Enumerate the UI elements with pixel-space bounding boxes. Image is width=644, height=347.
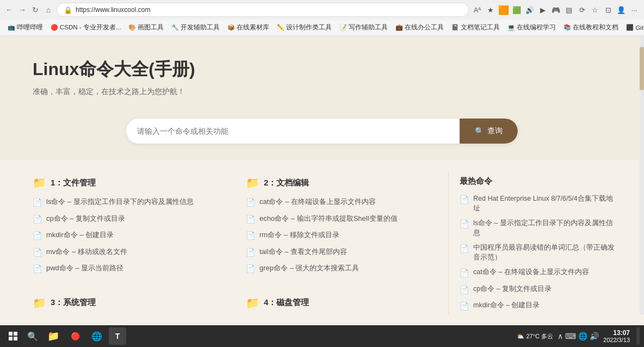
weather-widget: ⛅ 27°C 多云	[517, 332, 553, 340]
bookmark-csdn[interactable]: 🔴 CSDN - 专业开发者...	[47, 22, 124, 33]
middle-column: 📁 2：文档编辑 📄 cat命令 – 在终端设备上显示文件内容 📄 echo命令…	[235, 171, 448, 314]
back-button[interactable]: ←	[4, 5, 14, 15]
bookmark-material[interactable]: 📦 在线素材库	[224, 22, 273, 33]
show-desktop-button[interactable]	[636, 327, 640, 345]
bookmark-github[interactable]: ⬛ GitHub: Where the...	[623, 23, 644, 32]
scroll-thumb[interactable]	[640, 47, 644, 90]
list-item[interactable]: 📄 中国程序员最容易读错的单词汇总（带正确发音示范）	[460, 243, 617, 262]
list-item[interactable]: 📄 mkdir命令 – 创建目录	[33, 230, 224, 241]
notes-icon: 📓	[451, 24, 459, 31]
address-bar[interactable]: 🔒 https://www.linuxcool.com	[57, 3, 469, 17]
doc-icon: 📄	[246, 197, 255, 208]
category-2: 📁 2：文档编辑 📄 cat命令 – 在终端设备上显示文件内容 📄 echo命令…	[235, 171, 448, 286]
doc-icon: 📄	[460, 285, 469, 296]
browser-actions: Aᴬ ★ 🟧 🟩 🔊 ▶ 🎮 ▤ ⟳ ☆ ⊡ 👤 ···	[472, 4, 640, 15]
doc-icon: 📄	[460, 219, 469, 230]
refresh-button[interactable]: ↻	[30, 5, 40, 15]
game-icon[interactable]: 🎮	[550, 4, 561, 15]
doc-icon: 📄	[246, 247, 255, 258]
tray-sound-icon[interactable]: 🔊	[590, 332, 599, 340]
media-icon[interactable]: 🔊	[524, 4, 535, 15]
search-input[interactable]	[126, 119, 460, 143]
profile2-icon[interactable]: 👤	[616, 4, 627, 15]
list-item[interactable]: 📄 cat命令 – 在终端设备上显示文件内容	[246, 197, 437, 208]
taskbar-app-edge[interactable]: 🌐	[87, 326, 107, 346]
list-item[interactable]: 📄 ls命令 – 显示指定工作目录下的内容及属性信息	[33, 197, 224, 208]
bookmark-writing-label: 写作辅助工具	[349, 23, 388, 32]
url-text: https://www.linuxcool.com	[76, 6, 462, 14]
folder-1-icon: 📁	[33, 176, 46, 189]
list-item[interactable]: 📄 pwd命令 – 显示当前路径	[33, 263, 224, 275]
tray-keyboard-icon[interactable]: ⌨	[565, 332, 576, 340]
taskbar-app-t[interactable]: T	[109, 327, 126, 345]
github-icon: ⬛	[626, 24, 634, 31]
tray-network-icon[interactable]: 🌐	[578, 332, 587, 340]
taskbar-app-csdn[interactable]: 🔴	[65, 326, 85, 346]
list-item[interactable]: 📄 mkdir命令 – 创建目录	[460, 301, 617, 312]
bookmark-bibi[interactable]: 📺 哔哩哔哩	[4, 22, 46, 33]
list-item[interactable]: 📄 tail命令 – 查看文件尾部内容	[246, 247, 437, 258]
taskbar: 🔍 📁 🔴 🌐 T ⛅ 27°C 多云 ∧ ⌨ 🌐 🔊 13:07 2022/3…	[0, 325, 644, 347]
hot-commands-list: 📄 Red Hat Enterprise Linux 8/7/6/5/4合集下载…	[460, 194, 617, 314]
menu-icon[interactable]: ···	[629, 4, 640, 15]
category-3-label: 3：系统管理	[51, 298, 96, 308]
bookmark-notes[interactable]: 📓 文档笔记工具	[448, 22, 503, 33]
list-item[interactable]: 📄 grep命令 – 强大的文本搜索工具	[246, 263, 437, 275]
docs-icon: 📚	[564, 24, 571, 31]
page-content: Linux命令大全(手册) 准确，丰富，稳定，在技术之路上为您护航！ 🔍 查询 …	[0, 36, 644, 314]
refresh2-icon[interactable]: ⟳	[577, 4, 587, 15]
extension-icon[interactable]: 🟩	[511, 4, 522, 15]
scrollbar[interactable]	[640, 36, 644, 314]
taskbar-right: ⛅ 27°C 多云 ∧ ⌨ 🌐 🔊 13:07 2022/3/13	[517, 327, 640, 345]
home-button[interactable]: ⌂	[44, 5, 53, 15]
bookmark-dev-label: 开发辅助工具	[181, 23, 220, 32]
hot-commands-section: 最热命令 📄 Red Hat Enterprise Linux 8/7/6/5/…	[448, 171, 622, 314]
search-button[interactable]: 🔍 查询	[460, 119, 518, 144]
category-1-label: 1：文件管理	[51, 178, 96, 188]
doc-icon: 📄	[33, 264, 42, 275]
bookmark-draw-label: 画图工具	[138, 23, 164, 32]
profile-icon[interactable]: 🟧	[498, 4, 509, 15]
list-item[interactable]: 📄 rm命令 – 移除文件或目录	[246, 230, 437, 241]
sidebar-icon[interactable]: ▤	[564, 4, 574, 15]
bookmark-design-label: 设计制作类工具	[286, 23, 332, 32]
hot-item-2: 中国程序员最容易读错的单词汇总（带正确发音示范）	[473, 243, 617, 262]
collection-icon[interactable]: ⊡	[603, 4, 614, 15]
start-button[interactable]	[4, 327, 22, 345]
list-item[interactable]: 📄 Red Hat Enterprise Linux 8/7/6/5/4合集下载…	[460, 194, 617, 213]
play-icon[interactable]: ▶	[537, 4, 548, 15]
bookmark-coding[interactable]: 💻 在线编程学习	[504, 22, 559, 33]
writing-icon: 📝	[339, 24, 347, 31]
list-item[interactable]: 📄 ls命令 – 显示指定工作目录下的内容及属性信息	[460, 219, 617, 238]
lock-icon: 🔒	[64, 6, 72, 14]
draw-icon: 🎨	[128, 24, 136, 31]
category-3-title: 📁 3：系统管理	[33, 296, 224, 309]
bookmark-draw[interactable]: 🎨 画图工具	[125, 22, 167, 33]
tray-up-icon[interactable]: ∧	[558, 332, 563, 340]
star-icon[interactable]: ★	[485, 4, 496, 15]
forward-button[interactable]: →	[17, 5, 27, 15]
bookmark-docs[interactable]: 📚 在线教程和文档	[560, 22, 622, 33]
bookmark-writing[interactable]: 📝 写作辅助工具	[336, 22, 391, 33]
search-taskbar-button[interactable]: 🔍	[24, 327, 41, 345]
category-3: 📁 3：系统管理 📄 rpm命令 – RPM软件包管理器 📄 find命令 – …	[22, 291, 235, 314]
taskbar-left: 🔍 📁 🔴 🌐 T	[4, 326, 126, 346]
bookmark-bibi-label: 哔哩哔哩	[17, 23, 43, 32]
list-item[interactable]: 📄 mv命令 – 移动或改名文件	[33, 247, 224, 258]
bookmark-dev[interactable]: 🔧 开发辅助工具	[168, 22, 223, 33]
list-item[interactable]: 📄 cat命令 – 在终端设备上显示文件内容	[460, 268, 617, 279]
search-icon: 🔍	[475, 127, 484, 135]
hero-section: Linux命令大全(手册) 准确，丰富，稳定，在技术之路上为您护航！	[0, 36, 644, 113]
system-clock[interactable]: 13:07 2022/3/13	[603, 329, 630, 343]
bookmark-office[interactable]: 💼 在线办公工具	[392, 22, 447, 33]
reader-icon[interactable]: Aᴬ	[472, 4, 483, 15]
list-item[interactable]: 📄 echo命令 – 输出字符串或提取Shell变量的值	[246, 214, 437, 225]
csdn-icon: 🔴	[51, 24, 58, 31]
taskbar-app-explorer[interactable]: 📁	[44, 326, 63, 346]
bookmark-design[interactable]: ✏️ 设计制作类工具	[274, 22, 335, 33]
list-item[interactable]: 📄 cp命令 – 复制文件或目录	[33, 214, 224, 225]
search-button-label: 查询	[487, 126, 503, 136]
category-4: 📁 4：磁盘管理 📄 df命令 – 显示磁盘空间使用情况 📄 fdisk命令 –…	[235, 291, 448, 314]
list-item[interactable]: 📄 cp命令 – 复制文件或目录	[460, 284, 617, 296]
bookmark-icon[interactable]: ☆	[590, 4, 600, 15]
